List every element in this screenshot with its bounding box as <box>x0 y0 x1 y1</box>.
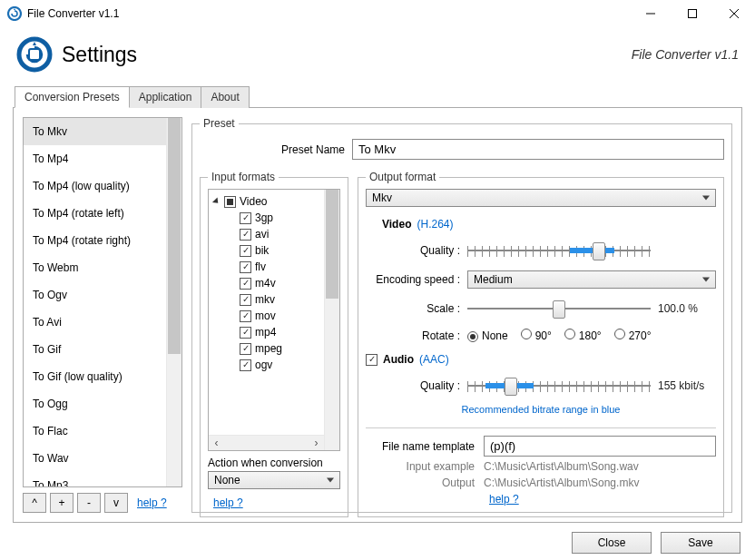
video-quality-slider[interactable] <box>467 240 651 261</box>
encoding-speed-combo[interactable]: Medium <box>467 270 716 289</box>
filename-help-link[interactable]: help ? <box>489 493 519 506</box>
checkbox-icon[interactable] <box>224 196 236 208</box>
checkbox-icon[interactable] <box>240 343 251 355</box>
scale-slider[interactable] <box>467 298 651 319</box>
audio-quality-slider[interactable] <box>467 375 651 397</box>
close-window-button[interactable] <box>713 0 755 27</box>
app-icon <box>7 6 22 21</box>
scrollbar-thumb[interactable] <box>326 190 338 299</box>
filename-template-input[interactable] <box>484 436 716 457</box>
preset-item[interactable]: To Mkv <box>24 118 166 145</box>
checkbox-icon[interactable] <box>240 359 251 371</box>
rotate-270-radio[interactable]: 270° <box>614 329 652 342</box>
audio-quality-value: 155 kbit/s <box>658 379 716 392</box>
tree-group-video[interactable]: Video <box>214 193 322 210</box>
app-logo-icon <box>16 36 53 73</box>
video-section-label: Video <box>382 218 411 231</box>
input-example-value: C:\Music\Artist\Album\Song.wav <box>484 460 639 473</box>
preset-item[interactable]: To Ogg <box>24 390 166 418</box>
preset-item[interactable]: To Mp4 (rotate right) <box>24 227 166 254</box>
preset-name-input[interactable] <box>352 139 724 160</box>
rotate-none-radio[interactable]: None <box>467 329 508 342</box>
tree-item[interactable]: mov <box>214 308 322 324</box>
encoding-speed-label: Encoding speed : <box>366 273 460 286</box>
checkbox-icon[interactable] <box>240 229 251 241</box>
checkbox-icon[interactable] <box>240 212 251 224</box>
tree-item[interactable]: ogv <box>214 357 322 373</box>
preset-item[interactable]: To Gif <box>24 336 166 363</box>
input-formats-help-link[interactable]: help ? <box>213 496 340 509</box>
preset-item[interactable]: To Ogv <box>24 281 166 309</box>
tree-item[interactable]: flv <box>214 259 322 275</box>
move-down-button[interactable]: v <box>104 493 128 513</box>
rotate-180-radio[interactable]: 180° <box>564 329 602 342</box>
video-codec-label: (H.264) <box>417 218 453 231</box>
input-example-label: Input example <box>366 460 475 473</box>
checkbox-icon[interactable] <box>240 245 251 257</box>
input-formats-tree: Video 3gp avi bik flv m4v mkv mov mp4 mp… <box>209 190 324 450</box>
preset-item[interactable]: To Mp4 (low quality) <box>24 172 166 200</box>
rotate-90-radio[interactable]: 90° <box>521 329 552 342</box>
output-format-fieldset: Output format Mkv Video (H.264) Quality … <box>358 171 724 517</box>
presets-help-link[interactable]: help ? <box>137 496 167 509</box>
tree-item[interactable]: 3gp <box>214 210 322 226</box>
page-header: Settings File Converter v1.1 <box>0 27 755 85</box>
tab-strip: Conversion Presets Application About <box>0 85 755 107</box>
tree-item[interactable]: m4v <box>214 275 322 291</box>
tab-conversion-presets[interactable]: Conversion Presets <box>15 86 130 108</box>
svg-rect-6 <box>29 49 40 60</box>
preset-item[interactable]: To Flac <box>24 418 166 445</box>
add-preset-button[interactable]: + <box>50 493 74 513</box>
preset-list-column: To Mkv To Mp4 To Mp4 (low quality) To Mp… <box>23 117 182 513</box>
scrollbar-thumb[interactable] <box>168 118 181 354</box>
dialog-footer: Close Save <box>0 523 755 560</box>
save-button[interactable]: Save <box>661 532 740 554</box>
rotate-radio-group: None 90° 180° 270° <box>467 329 652 342</box>
checkbox-icon[interactable] <box>240 278 251 290</box>
audio-codec-label: (AAC) <box>419 353 449 366</box>
chevron-right-icon[interactable]: › <box>309 436 324 451</box>
tab-panel: To Mkv To Mp4 To Mp4 (low quality) To Mp… <box>13 107 742 523</box>
preset-item[interactable]: To Mp4 <box>24 145 166 172</box>
tree-item[interactable]: bik <box>214 242 322 259</box>
preset-item[interactable]: To Wav <box>24 445 166 472</box>
input-formats-fieldset: Input formats Video 3gp avi bik flv m4v <box>200 171 348 517</box>
remove-preset-button[interactable]: - <box>77 493 101 513</box>
preset-list-scrollbar[interactable] <box>166 118 181 486</box>
checkbox-icon[interactable] <box>240 310 251 322</box>
filename-template-label: File name template <box>366 440 475 453</box>
tree-item[interactable]: mp4 <box>214 324 322 340</box>
preset-item[interactable]: To Mp4 (rotate left) <box>24 200 166 227</box>
output-format-combo[interactable]: Mkv <box>366 189 716 207</box>
audio-enable-checkbox[interactable] <box>366 354 378 366</box>
window-title: File Converter v1.1 <box>27 7 119 20</box>
tree-group-label: Video <box>240 195 267 208</box>
output-example-value: C:\Music\Artist\Album\Song.mkv <box>484 476 639 489</box>
checkbox-icon[interactable] <box>240 327 251 339</box>
close-button[interactable]: Close <box>572 532 652 554</box>
preset-item[interactable]: To Gif (low quality) <box>24 363 166 390</box>
tree-item[interactable]: mpeg <box>214 340 322 357</box>
tree-vertical-scrollbar[interactable] <box>324 190 339 450</box>
scale-value: 100.0 % <box>658 302 716 315</box>
tab-application[interactable]: Application <box>130 86 202 108</box>
scale-label: Scale : <box>366 302 460 315</box>
preset-item[interactable]: To Mp3 <box>24 472 166 486</box>
maximize-button[interactable] <box>672 0 713 27</box>
checkbox-icon[interactable] <box>240 294 251 306</box>
tree-item[interactable]: mkv <box>214 291 322 308</box>
chevron-left-icon[interactable]: ‹ <box>209 436 224 451</box>
action-label: Action when conversion <box>208 457 340 469</box>
bitrate-note: Recommended bitrate range in blue <box>366 404 716 415</box>
tree-item[interactable]: avi <box>214 226 322 242</box>
output-format-legend: Output format <box>366 171 439 183</box>
minimize-button[interactable] <box>630 0 672 27</box>
action-combo[interactable]: None <box>208 471 340 489</box>
preset-item[interactable]: To Webm <box>24 254 166 281</box>
preset-name-label: Preset Name <box>200 143 345 156</box>
move-up-button[interactable]: ^ <box>23 493 46 513</box>
tab-about[interactable]: About <box>201 86 249 108</box>
tree-horizontal-scrollbar[interactable]: ‹ › <box>209 435 324 450</box>
preset-item[interactable]: To Avi <box>24 309 166 336</box>
checkbox-icon[interactable] <box>240 261 251 273</box>
